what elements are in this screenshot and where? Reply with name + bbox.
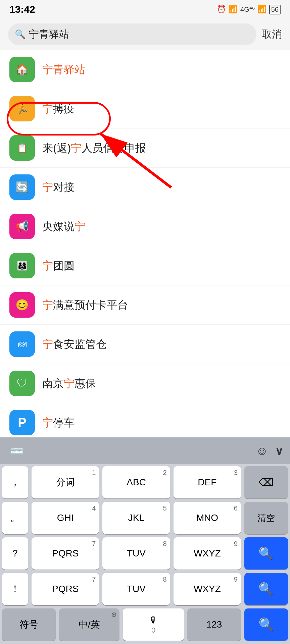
signal2-icon: 📶 xyxy=(257,5,267,14)
wifi-icon: 📶 xyxy=(229,5,238,14)
key-search-right[interactable]: 🔍 xyxy=(244,537,288,570)
search-icon: 🔍 xyxy=(15,29,26,40)
list-item[interactable]: 👨‍👩‍👧 宁团圆 xyxy=(0,246,290,285)
list-item[interactable]: 🛡 南京宁惠保 xyxy=(0,364,290,403)
list-item[interactable]: 📢 央媒说宁 xyxy=(0,207,290,246)
key-1-fenci[interactable]: 1 分词 xyxy=(32,466,99,498)
app-icon: 🍽 xyxy=(9,331,35,357)
cancel-button[interactable]: 取消 xyxy=(262,28,282,41)
status-icons: ⏰ 📶 4G⁴⁶ 📶 56 xyxy=(217,5,281,14)
key-period[interactable]: 。 xyxy=(2,502,28,534)
app-icon: 🔄 xyxy=(9,174,35,200)
app-icon: 📋 xyxy=(9,135,35,161)
item-label: 央媒说宁 xyxy=(42,219,85,234)
search-input-wrapper[interactable]: 🔍 宁青驿站 xyxy=(8,23,256,45)
item-label: 来(返)宁人员信息申报 xyxy=(42,141,146,156)
app-icon: 🏃 xyxy=(9,96,35,121)
key-exclaim[interactable]: ！ xyxy=(2,573,28,605)
key-clear[interactable]: 清空 xyxy=(244,502,288,534)
key-delete[interactable]: ⌫ xyxy=(244,466,288,498)
key-2-abc[interactable]: 2 ABC xyxy=(102,466,170,498)
item-label: 宁团圆 xyxy=(42,258,75,273)
key-8b-tuv[interactable]: 8 TUV xyxy=(102,573,170,605)
key-search-bottom[interactable]: 🔍 xyxy=(244,608,288,641)
app-icon: 🛡 xyxy=(9,371,35,396)
globe-icon: ⊕ xyxy=(111,610,117,619)
symbol-label: 符号 xyxy=(19,618,38,631)
list-item[interactable]: 📋 来(返)宁人员信息申报 xyxy=(0,128,290,168)
key-question[interactable]: ？ xyxy=(2,537,28,570)
key-7b-pqrs[interactable]: 7 PQRS xyxy=(32,573,99,605)
keyboard-rows: ， 1 分词 2 ABC 3 DEF ⌫ 。 4 xyxy=(0,464,290,644)
key-4-ghi[interactable]: 4 GHI xyxy=(32,502,99,534)
list-item[interactable]: 🔄 宁对接 xyxy=(0,168,290,207)
key-comma[interactable]: ， xyxy=(2,466,28,498)
item-label: 宁青驿站 xyxy=(42,62,85,77)
item-label: 宁满意预付卡平台 xyxy=(42,298,128,313)
item-label: 宁对接 xyxy=(42,180,75,195)
app-icon: 📢 xyxy=(9,214,35,239)
search-input[interactable]: 宁青驿站 xyxy=(29,28,250,41)
emoji-icon[interactable]: ☺ xyxy=(256,444,268,458)
status-time: 13:42 xyxy=(9,4,35,15)
key-num123[interactable]: 123 xyxy=(187,608,241,641)
list-item[interactable]: P 宁停车 xyxy=(0,403,290,442)
collapse-icon[interactable]: ∨ xyxy=(275,444,283,458)
key-lang[interactable]: ⊕ 中/英 xyxy=(59,608,119,641)
toolbar-left: ⌨️ xyxy=(7,441,27,461)
key-space[interactable]: 🎙 0 xyxy=(123,608,184,641)
search-bar: 🔍 宁青驿站 取消 xyxy=(0,19,290,50)
toolbar-right: ☺ ∨ xyxy=(256,444,283,458)
key-5-jkl[interactable]: 5 JKL xyxy=(102,502,170,534)
key-9-wxyz[interactable]: 9 WXYZ xyxy=(174,537,241,570)
keyboard-row-4: ！ 7 PQRS 8 TUV 9 WXYZ 🔍 xyxy=(2,573,288,605)
lang-label: 中/英 xyxy=(79,618,100,631)
app-icon: 🏠 xyxy=(9,57,35,82)
mic-icon: 🎙 xyxy=(149,615,158,626)
item-label: 宁搏疫 xyxy=(42,101,75,116)
item-label: 南京宁惠保 xyxy=(42,376,96,391)
zero-label: 0 xyxy=(151,626,155,635)
app-icon: P xyxy=(9,410,35,435)
key-8-tuv[interactable]: 8 TUV xyxy=(102,537,170,570)
keyboard: ⌨️ ☺ ∨ ， 1 分词 2 ABC 3 DEF xyxy=(0,437,290,644)
keyboard-row-3: ？ 7 PQRS 8 TUV 9 WXYZ 🔍 xyxy=(2,537,288,570)
list-item[interactable]: 😊 宁满意预付卡平台 xyxy=(0,285,290,325)
alarm-icon: ⏰ xyxy=(217,5,226,14)
battery-icon: 56 xyxy=(269,5,281,14)
list-item[interactable]: 🏠 宁青驿站 xyxy=(0,50,290,89)
keyboard-row-bottom: 符号 ⊕ 中/英 🎙 0 123 🔍 xyxy=(2,608,288,641)
key-9b-wxyz[interactable]: 9 WXYZ xyxy=(174,573,241,605)
status-bar: 13:42 ⏰ 📶 4G⁴⁶ 📶 56 xyxy=(0,0,290,19)
key-6-mno[interactable]: 6 MNO xyxy=(174,502,241,534)
key-search-right2[interactable]: 🔍 xyxy=(244,573,288,605)
list-item[interactable]: 🍽 宁食安监管仓 xyxy=(0,325,290,364)
item-label: 宁食安监管仓 xyxy=(42,337,107,352)
key-symbol[interactable]: 符号 xyxy=(2,608,56,641)
keyboard-row-2: 。 4 GHI 5 JKL 6 MNO 清空 xyxy=(2,502,288,534)
keyboard-row-1: ， 1 分词 2 ABC 3 DEF ⌫ xyxy=(2,466,288,498)
signal-icon: 4G⁴⁶ xyxy=(240,5,255,13)
keyboard-toolbar: ⌨️ ☺ ∨ xyxy=(0,437,290,464)
key-3-def[interactable]: 3 DEF xyxy=(174,466,241,498)
key-7-pqrs[interactable]: 7 PQRS xyxy=(32,537,99,570)
num123-label: 123 xyxy=(206,619,222,630)
item-label: 宁停车 xyxy=(42,415,75,430)
app-icon: 👨‍👩‍👧 xyxy=(9,253,35,278)
list-item[interactable]: 🏃 宁搏疫 xyxy=(0,89,290,128)
keyboard-type-icon[interactable]: ⌨️ xyxy=(7,441,27,461)
app-icon: 😊 xyxy=(9,292,35,318)
